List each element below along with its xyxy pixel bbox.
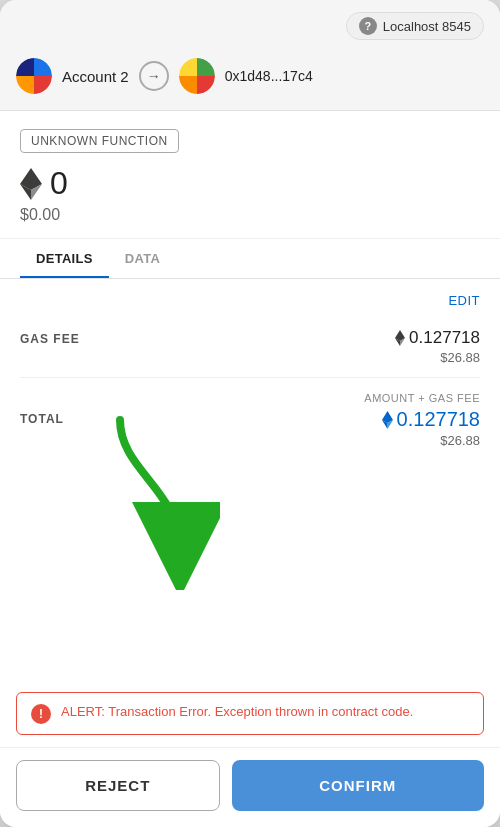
total-eth-row: 0.127718 bbox=[364, 408, 480, 431]
eth-amount-row: 0 bbox=[20, 165, 480, 202]
usd-main-amount: $0.00 bbox=[20, 206, 480, 224]
eth-diamond-icon bbox=[20, 168, 42, 200]
help-icon: ? bbox=[359, 17, 377, 35]
account-name: Account 2 bbox=[62, 68, 129, 85]
alert-text: ALERT: Transaction Error. Exception thro… bbox=[61, 703, 413, 721]
account-avatar-2 bbox=[179, 58, 215, 94]
gas-fee-label: GAS FEE bbox=[20, 328, 80, 346]
dest-address: 0x1d48...17c4 bbox=[225, 68, 313, 84]
main-content: UNKNOWN FUNCTION 0 $0.00 DETAILS DATA ED… bbox=[0, 111, 500, 747]
tabs-row: DETAILS DATA bbox=[0, 239, 500, 279]
total-value-block: AMOUNT + GAS FEE 0.127718 $26.88 bbox=[364, 392, 480, 448]
alert-box: ! ALERT: Transaction Error. Exception th… bbox=[16, 692, 484, 735]
gas-fee-usd: $26.88 bbox=[395, 350, 480, 365]
account-avatar-1 bbox=[16, 58, 52, 94]
total-label: TOTAL bbox=[20, 392, 64, 426]
gas-fee-eth-row: 0.127718 bbox=[395, 328, 480, 348]
total-usd: $26.88 bbox=[364, 433, 480, 448]
details-section: EDIT GAS FEE 0.127718 $26.88 bbox=[0, 279, 500, 692]
reject-button[interactable]: REJECT bbox=[16, 760, 220, 811]
edit-row: EDIT bbox=[20, 293, 480, 308]
localhost-badge: ? Localhost 8545 bbox=[346, 12, 484, 40]
total-sublabel: AMOUNT + GAS FEE bbox=[364, 392, 480, 404]
gas-fee-row: GAS FEE 0.127718 $26.88 bbox=[20, 316, 480, 378]
bottom-buttons: REJECT CONFIRM bbox=[0, 747, 500, 827]
localhost-label: Localhost 8545 bbox=[383, 19, 471, 34]
phone-container: ? Localhost 8545 Account 2 → bbox=[0, 0, 500, 827]
eth-main-amount: 0 bbox=[50, 165, 68, 202]
alert-icon: ! bbox=[31, 704, 51, 724]
function-section: UNKNOWN FUNCTION 0 $0.00 bbox=[0, 111, 500, 239]
edit-link[interactable]: EDIT bbox=[448, 293, 480, 308]
top-bar: ? Localhost 8545 bbox=[0, 0, 500, 48]
total-row: TOTAL AMOUNT + GAS FEE 0.127718 $26.88 bbox=[20, 378, 480, 462]
tab-data[interactable]: DATA bbox=[109, 239, 176, 278]
gas-fee-value-block: 0.127718 $26.88 bbox=[395, 328, 480, 365]
tab-details[interactable]: DETAILS bbox=[20, 239, 109, 278]
total-eth-diamond-icon bbox=[382, 411, 393, 429]
account-row: Account 2 → 0x1d48...17c4 bbox=[0, 48, 500, 111]
arrow-icon: → bbox=[139, 61, 169, 91]
gas-fee-eth-amount: 0.127718 bbox=[409, 328, 480, 348]
confirm-button[interactable]: CONFIRM bbox=[232, 760, 484, 811]
unknown-function-badge: UNKNOWN FUNCTION bbox=[20, 129, 179, 153]
total-eth-amount: 0.127718 bbox=[397, 408, 480, 431]
gas-eth-diamond-icon bbox=[395, 330, 405, 346]
